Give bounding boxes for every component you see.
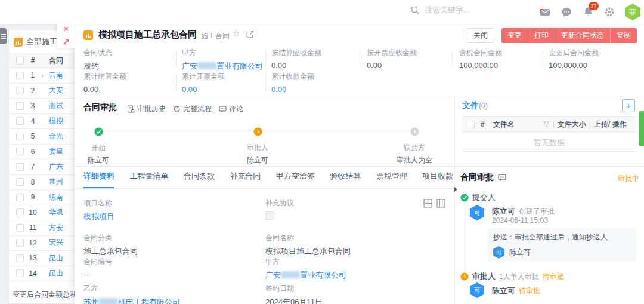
- field-contract-status: 合同状态 履约: [83, 48, 112, 72]
- approval-status-badge: 审批中: [618, 174, 639, 184]
- row-checkbox[interactable]: [16, 163, 24, 171]
- notification-badge: 37: [589, 2, 599, 10]
- tab-party-a-change[interactable]: 甲方变洽签: [276, 171, 315, 187]
- row-checkbox[interactable]: [16, 254, 24, 262]
- contract-link[interactable]: 模拟: [49, 116, 63, 126]
- settings-gear-icon[interactable]: [603, 6, 615, 18]
- close-popup-icon[interactable]: ×: [63, 25, 69, 33]
- row-checkbox[interactable]: [16, 87, 24, 94]
- open-external-icon[interactable]: [246, 30, 254, 41]
- contract-link[interactable]: 云南: [49, 70, 63, 81]
- party-a-link[interactable]: 广安置业有限公司: [182, 61, 263, 72]
- app-screen: 搜索关键字... 37 菲 全部施工合同: [0, 0, 644, 304]
- approver-entry: 陈立可 待审批: [492, 285, 540, 296]
- contract-link[interactable]: 方安: [49, 223, 63, 233]
- party-a-link[interactable]: 广安置业有限公司: [265, 270, 346, 281]
- list-row: 14昆山: [9, 266, 75, 282]
- row-checkbox[interactable]: [16, 148, 24, 155]
- topbar-icons: 37 菲: [539, 0, 640, 24]
- full-process-link[interactable]: 完整流程: [173, 104, 212, 114]
- row-checkbox[interactable]: [16, 72, 24, 79]
- contract-link[interactable]: 华凯: [49, 207, 63, 217]
- row-checkbox[interactable]: [16, 178, 24, 186]
- field-party-a: 甲方 广安置业有限公司: [182, 48, 263, 72]
- filter-funnel-icon[interactable]: [543, 121, 550, 128]
- field-contract-amount-taxed: 含税合同金额 100,000.00: [459, 48, 502, 70]
- tab-supplement[interactable]: 补充合同: [230, 171, 261, 187]
- print-button[interactable]: 打印: [528, 28, 555, 43]
- comments-link[interactable]: 评论: [219, 104, 243, 114]
- party-b-link[interactable]: 苏州机电工程有限公司: [83, 297, 180, 304]
- pending-clock-icon: [460, 272, 469, 281]
- update-status-button[interactable]: 更新合同状态: [555, 28, 610, 43]
- tab-terms[interactable]: 合同条款: [184, 171, 215, 187]
- copy-button[interactable]: 复制: [610, 28, 637, 43]
- field-supplement-agreement: 补充协议: [265, 198, 294, 220]
- detail-title: 模拟项目施工总承包合同: [98, 29, 197, 41]
- add-file-button[interactable]: +: [622, 99, 635, 112]
- cumulative-received-link[interactable]: 0.00: [271, 85, 314, 94]
- approval-history-link[interactable]: 审批历史: [127, 104, 166, 114]
- tab-boq[interactable]: 工程量清单: [129, 171, 168, 187]
- row-checkbox[interactable]: [16, 194, 24, 201]
- cumulative-invoiced-link[interactable]: 0.00: [182, 85, 225, 94]
- chat-icon[interactable]: [561, 6, 572, 18]
- expand-diagonal-icon[interactable]: [62, 38, 70, 46]
- row-checkbox[interactable]: [16, 117, 24, 125]
- select-all-checkbox[interactable]: [16, 57, 24, 65]
- project-link[interactable]: 模拟项目: [83, 211, 114, 222]
- field-party-a-detail: 甲方 广安置业有限公司: [265, 257, 346, 281]
- collapse-right-panel-icon[interactable]: [454, 186, 457, 192]
- grid-view-icon[interactable]: [423, 199, 432, 210]
- row-checkbox[interactable]: [16, 102, 24, 110]
- tab-acceptance[interactable]: 验收结算: [330, 171, 361, 187]
- field-project-name: 项目名称 模拟项目: [83, 198, 114, 222]
- menu-lines-icon: [1, 33, 6, 39]
- list-row: 10华凯: [9, 205, 75, 221]
- tab-receipts[interactable]: 项目收款: [422, 171, 453, 187]
- close-button[interactable]: 关闭: [467, 28, 494, 43]
- step-waiting-clock-icon: [410, 127, 419, 136]
- contract-link[interactable]: 昆山: [49, 268, 63, 278]
- contract-type-tag: 施工合同: [201, 31, 230, 41]
- comment-icon[interactable]: [498, 174, 506, 182]
- tab-details[interactable]: 详细资料: [83, 171, 114, 188]
- timeline-line: [465, 202, 465, 272]
- change-button[interactable]: 变更: [501, 28, 528, 43]
- submitter-entry: 陈立可 创建了审批: [492, 206, 555, 217]
- list-footer-total: 变更后合同金额总和:: [13, 290, 75, 300]
- field-party-b: 乙方 苏州机电工程有限公司: [83, 284, 180, 304]
- contract-link[interactable]: 大安: [49, 85, 63, 96]
- step-start: 开始 陈立可: [57, 127, 140, 165]
- tab-tax[interactable]: 票税管理: [376, 171, 407, 187]
- list-row: 12宏兴: [9, 236, 75, 251]
- contract-link[interactable]: 测试: [49, 101, 63, 111]
- step-partner: 联营方 审批人为空: [373, 127, 456, 165]
- column-view-icon[interactable]: [436, 199, 445, 210]
- row-checkbox[interactable]: [16, 224, 24, 232]
- notifications-bell-icon[interactable]: 37: [582, 6, 594, 18]
- row-checkbox[interactable]: [16, 133, 24, 140]
- refresh-cycle-icon: [173, 105, 181, 113]
- favorite-star-icon[interactable]: ☆: [232, 28, 240, 39]
- contract-link[interactable]: 练南: [49, 192, 63, 202]
- supplement-checkbox[interactable]: [265, 211, 274, 220]
- mail-icon[interactable]: [539, 6, 551, 18]
- sidebar-expand-handle[interactable]: [0, 28, 7, 44]
- comment-icon: [219, 106, 227, 113]
- contract-link[interactable]: 宏兴: [49, 238, 63, 248]
- contract-link[interactable]: 常州: [49, 177, 63, 187]
- global-search-input[interactable]: 搜索关键字...: [410, 5, 470, 16]
- approver-node: 审批人 1人单人审批 待审批: [460, 271, 564, 282]
- row-checkbox[interactable]: [16, 269, 24, 277]
- side-helper-tab[interactable]: [639, 111, 644, 146]
- files-select-all-checkbox[interactable]: [467, 121, 475, 128]
- expand-caret-icon[interactable]: ›: [42, 72, 49, 79]
- user-avatar[interactable]: 菲: [625, 4, 640, 20]
- row-checkbox[interactable]: [16, 208, 24, 216]
- row-checkbox[interactable]: [16, 239, 24, 247]
- list-row: 2大安: [9, 84, 75, 99]
- approval-panel-title: 合同审批: [460, 172, 506, 183]
- contract-link[interactable]: 昆山: [49, 253, 63, 263]
- files-empty-text: 暂无数据: [462, 137, 636, 148]
